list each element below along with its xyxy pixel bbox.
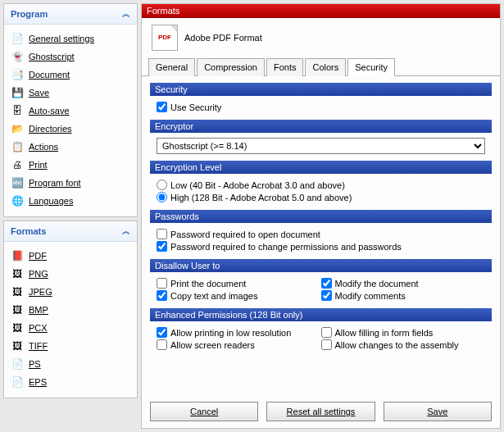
sidebar-item-program-font[interactable]: 🔤Program font [11,174,130,192]
ps-icon: 📄 [11,357,24,371]
disallow-copy-row[interactable]: Copy text and images [157,289,321,302]
formats-title: Formats [11,226,46,236]
formats-panel: Formats ︽ 📕PDF🖼PNG🖼JPEG🖼BMP🖼PCX🖼TIFF📄PS📄… [3,221,138,398]
enh-lowres-row[interactable]: Allow printing in low resolution [157,326,321,339]
tab-compression[interactable]: Compression [197,58,265,76]
tab-fonts[interactable]: Fonts [266,58,304,76]
disallow-modify-checkbox[interactable] [321,278,332,289]
encryption-level-header: Encryption Level [150,161,492,174]
sidebar-item-document[interactable]: 📑Document [11,66,130,84]
program-panel: Program ︽ 📄General settings👻Ghostscript📑… [3,3,138,217]
tiff-icon: 🖼 [11,339,24,352]
sidebar-item-pdf[interactable]: 📕PDF [11,247,130,265]
general-settings-icon: 📄 [11,32,24,45]
sidebar-item-directories[interactable]: 📂Directories [11,120,130,138]
disallow-print-row[interactable]: Print the document [157,277,321,289]
sidebar-item-label: PDF [29,251,47,261]
encryptor-header: Encryptor [150,120,492,133]
sidebar-item-print[interactable]: 🖨Print [11,156,130,174]
main-title: Formats [142,4,500,18]
encryptor-select[interactable]: Ghostscript (>= 8.14) [157,138,485,154]
document-icon: 📑 [11,68,24,81]
sidebar-item-auto-save[interactable]: 🗄Auto-save [11,102,130,120]
disallow-copy-checkbox[interactable] [157,290,167,301]
main-panel: Formats PDF Adobe PDF Format GeneralComp… [141,3,501,429]
formats-header[interactable]: Formats ︽ [4,221,137,242]
use-security-checkbox[interactable] [157,102,167,112]
pw-change-row[interactable]: Password required to change permissions … [157,240,485,252]
sidebar-item-label: JPEG [29,287,52,297]
sidebar-item-label: PCX [29,323,48,333]
enh-form-checkbox[interactable] [321,327,332,338]
enh-screen-checkbox[interactable] [157,339,167,350]
enh-form-row[interactable]: Allow filling in form fields [321,326,486,339]
sidebar-item-ps[interactable]: 📄PS [11,355,130,373]
enh-assembly-row[interactable]: Allow changes to the assembly [321,339,486,351]
tab-security[interactable]: Security [347,58,395,76]
pdf-format-icon: PDF [152,25,178,51]
collapse-icon[interactable]: ︽ [122,8,130,20]
program-title: Program [11,9,48,19]
tab-general[interactable]: General [148,58,195,76]
disallow-header: Disallow User to [150,259,492,272]
sidebar-item-bmp[interactable]: 🖼BMP [11,301,130,319]
pw-open-checkbox[interactable] [157,229,167,239]
sidebar-item-label: PNG [29,269,48,279]
save-icon: 💾 [11,86,24,99]
passwords-header: Passwords [150,210,492,223]
sidebar-item-label: General settings [29,34,94,43]
sidebar-item-label: EPS [29,377,47,387]
sidebar-item-jpeg[interactable]: 🖼JPEG [11,283,130,301]
sidebar-item-label: Document [29,70,70,80]
sidebar-item-ghostscript[interactable]: 👻Ghostscript [11,48,130,66]
sidebar-item-label: Auto-save [29,106,70,116]
sidebar-item-actions[interactable]: 📋Actions [11,138,130,156]
print-icon: 🖨 [11,158,24,171]
pw-open-row[interactable]: Password required to open document [157,228,485,240]
disallow-comments-row[interactable]: Modify comments [321,289,486,302]
disallow-print-checkbox[interactable] [157,278,167,289]
pw-change-checkbox[interactable] [157,241,167,252]
tab-colors[interactable]: Colors [305,58,346,76]
sidebar-item-general-settings[interactable]: 📄General settings [11,30,130,48]
reset-button[interactable]: Reset all settings [266,402,375,421]
disallow-comments-checkbox[interactable] [321,290,332,301]
enc-low-radio[interactable] [157,180,167,190]
enc-low-row[interactable]: Low (40 Bit - Adobe Acrobat 3.0 and abov… [157,179,485,191]
sidebar-item-label: TIFF [29,341,48,351]
use-security-row[interactable]: Use Security [157,101,485,113]
png-icon: 🖼 [11,267,24,280]
sidebar-item-label: Ghostscript [29,52,75,61]
directories-icon: 📂 [11,122,24,135]
disallow-modify-row[interactable]: Modify the document [321,277,486,289]
sidebar-item-label: Actions [29,142,58,152]
auto-save-icon: 🗄 [11,104,24,117]
jpeg-icon: 🖼 [11,285,24,298]
sidebar-item-label: Save [29,88,49,98]
security-header: Security [150,83,492,96]
format-name: Adobe PDF Format [184,33,262,43]
enc-high-row[interactable]: High (128 Bit - Adobe Acrobat 5.0 and ab… [157,191,485,203]
sidebar-item-save[interactable]: 💾Save [11,84,130,102]
sidebar-item-label: Print [29,160,48,170]
actions-icon: 📋 [11,140,24,153]
program-font-icon: 🔤 [11,176,24,189]
ghostscript-icon: 👻 [11,50,24,63]
collapse-icon[interactable]: ︽ [122,225,130,237]
enh-lowres-checkbox[interactable] [157,327,167,338]
sidebar-item-tiff[interactable]: 🖼TIFF [11,337,130,355]
save-button[interactable]: Save [384,402,492,421]
sidebar-item-languages[interactable]: 🌐Languages [11,192,130,210]
sidebar-item-label: BMP [29,305,48,315]
enh-assembly-checkbox[interactable] [321,339,332,350]
enc-high-radio[interactable] [157,192,167,202]
sidebar-item-pcx[interactable]: 🖼PCX [11,319,130,337]
enhanced-header: Enhanced Permissions (128 Bit only) [150,308,492,321]
cancel-button[interactable]: Cancel [150,402,258,421]
pdf-icon: 📕 [11,249,24,262]
sidebar-item-label: PS [29,359,41,369]
enh-screen-row[interactable]: Allow screen readers [157,339,321,351]
sidebar-item-eps[interactable]: 📄EPS [11,373,130,391]
sidebar-item-png[interactable]: 🖼PNG [11,265,130,283]
program-header[interactable]: Program ︽ [4,4,137,25]
